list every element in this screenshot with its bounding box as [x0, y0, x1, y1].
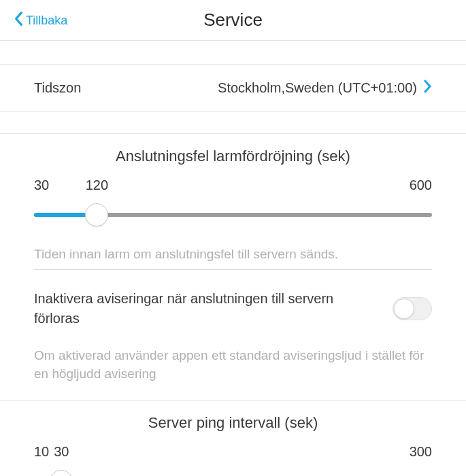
conn-delay-hint: Tiden innan larm om anslutningsfel till …	[34, 245, 432, 270]
conn-delay-hint-row: Tiden innan larm om anslutningsfel till …	[0, 233, 466, 275]
conn-delay-title: Anslutningsfel larmfördröjning (sek)	[34, 148, 432, 165]
toggle-knob	[394, 299, 414, 319]
slider-thumb[interactable]	[50, 470, 73, 476]
page-title: Service	[203, 10, 263, 31]
timezone-label: Tidszon	[34, 80, 81, 96]
ping-interval-labels: 10 30 300	[34, 444, 432, 463]
conn-delay-slider[interactable]	[34, 203, 432, 226]
conn-delay-value: 120	[86, 177, 108, 193]
chevron-right-icon	[424, 80, 432, 96]
spacer	[0, 112, 466, 134]
timezone-row[interactable]: Tidszon Stockholm,Sweden (UTC+01:00)	[0, 65, 466, 112]
back-label: Tillbaka	[26, 13, 67, 27]
conn-delay-labels: 30 120 600	[34, 177, 432, 197]
header: Tillbaka Service	[0, 0, 466, 41]
chevron-left-icon	[14, 11, 23, 29]
ping-interval-value: 30	[54, 444, 69, 460]
ping-interval-title: Server ping intervall (sek)	[34, 414, 432, 432]
ping-interval-max: 300	[410, 444, 432, 460]
slider-thumb[interactable]	[85, 203, 108, 226]
timezone-value: Stockholm,Sweden (UTC+01:00)	[218, 80, 417, 96]
ping-interval-min: 10	[34, 444, 49, 460]
disable-notif-desc-row: Om aktiverad använder appen ett standard…	[0, 338, 466, 401]
spacer	[0, 41, 466, 65]
disable-notif-label: Inaktivera aviseringar när anslutningen …	[34, 289, 372, 328]
disable-notif-toggle[interactable]	[393, 297, 432, 320]
disable-notif-row: Inaktivera aviseringar när anslutningen …	[0, 275, 466, 338]
conn-delay-min: 30	[34, 177, 49, 193]
disable-notif-desc: Om aktiverad använder appen ett standard…	[34, 346, 432, 384]
back-button[interactable]: Tillbaka	[14, 11, 67, 29]
conn-delay-section: Anslutningsfel larmfördröjning (sek) 30 …	[0, 134, 466, 233]
conn-delay-max: 600	[410, 177, 432, 193]
ping-interval-slider[interactable]	[34, 470, 432, 476]
timezone-value-wrap: Stockholm,Sweden (UTC+01:00)	[218, 80, 432, 96]
ping-interval-section: Server ping intervall (sek) 10 30 300	[0, 401, 466, 476]
